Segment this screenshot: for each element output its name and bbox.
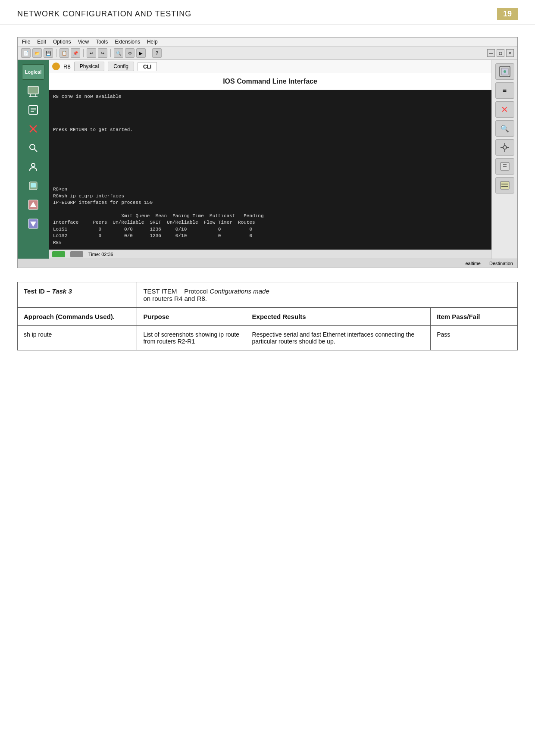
page-title: NETWORK CONFIGURATION AND TESTING xyxy=(17,9,191,19)
tab-physical[interactable]: Physical xyxy=(74,62,105,71)
sidebar-scroll-icon[interactable] xyxy=(25,102,42,118)
menu-view[interactable]: View xyxy=(78,39,89,45)
sidebar-search-icon[interactable] xyxy=(25,140,42,156)
new-icon[interactable]: 📄 xyxy=(21,48,31,58)
maximize-button[interactable]: □ xyxy=(497,49,504,57)
status-indicator-2 xyxy=(70,251,83,257)
tab-cli[interactable]: CLI xyxy=(138,62,157,71)
toolbar-separator-4 xyxy=(149,49,149,57)
test-id-label: Test ID – xyxy=(24,287,52,295)
toolbar-separator-3 xyxy=(110,49,111,57)
time-display: Time: 02:36 xyxy=(88,252,113,257)
purpose-value: List of screenshots showing ip route fro… xyxy=(143,331,239,345)
toolbar: 📄 📂 💾 📋 📌 ↩ ↪ 🔍 ⚙ ▶ ? — □ × xyxy=(18,47,517,60)
column-header-row: Approach (Commands Used). Purpose Expect… xyxy=(18,307,518,325)
status-bar: Time: 02:36 xyxy=(49,250,491,259)
pointer-icon[interactable]: ≡ xyxy=(495,82,514,99)
svg-point-12 xyxy=(31,163,35,167)
menu-file[interactable]: File xyxy=(22,39,30,45)
resize-icon-2[interactable] xyxy=(495,177,514,194)
test-item-emphasized: Configurations made xyxy=(210,287,269,295)
test-table-section: Test ID – Task 3 TEST ITEM – Protocol Co… xyxy=(17,282,518,350)
page-header: NETWORK CONFIGURATION AND TESTING 19 xyxy=(0,0,535,25)
approach-cell: sh ip route xyxy=(18,325,137,350)
realtime-label: ealtime xyxy=(465,261,480,266)
right-panel: ≡ ✕ 🔍 xyxy=(491,60,517,259)
test-id-cell: Test ID – Task 3 xyxy=(18,282,137,307)
expected-cell: Respective serial and fast Ethernet inte… xyxy=(246,325,431,350)
menu-options[interactable]: Options xyxy=(53,39,71,45)
svg-rect-14 xyxy=(31,183,36,187)
undo-icon[interactable]: ↩ xyxy=(87,48,96,58)
menu-edit[interactable]: Edit xyxy=(37,39,46,45)
open-icon[interactable]: 📂 xyxy=(32,48,42,58)
device-icon xyxy=(52,62,60,70)
zoom-in-icon[interactable]: 🔍 xyxy=(114,48,123,58)
col-header-approach: Approach (Commands Used). xyxy=(18,307,137,325)
delete-icon[interactable]: ✕ xyxy=(495,101,514,118)
sidebar-x-icon[interactable] xyxy=(25,121,42,137)
menu-extensions[interactable]: Extensions xyxy=(115,39,140,45)
cli-title: IOS Command Line Interface xyxy=(49,73,491,90)
resize-icon-1[interactable] xyxy=(495,158,514,175)
pt-window: File Edit Options View Tools Extensions … xyxy=(17,37,518,268)
test-id-row: Test ID – Task 3 TEST ITEM – Protocol Co… xyxy=(18,282,518,307)
destination-label: Destination xyxy=(489,261,513,266)
window-controls: — □ × xyxy=(487,49,514,57)
sidebar-user-icon[interactable] xyxy=(25,159,42,175)
sidebar-arrow-down-icon[interactable] xyxy=(25,216,42,231)
purpose-cell: List of screenshots showing ip route fro… xyxy=(137,325,246,350)
pt-body: Logical xyxy=(18,60,517,259)
save-icon[interactable]: 💾 xyxy=(44,48,53,58)
left-sidebar: Logical xyxy=(18,60,49,259)
svg-rect-30 xyxy=(501,181,509,189)
help-icon[interactable]: ? xyxy=(152,48,162,58)
svg-point-21 xyxy=(504,70,506,73)
test-item-cell: TEST ITEM – Protocol Configurations made… xyxy=(137,282,518,307)
test-table: Test ID – Task 3 TEST ITEM – Protocol Co… xyxy=(17,282,518,350)
col-header-passfail: Item Pass/Fail xyxy=(431,307,518,325)
svg-point-10 xyxy=(30,144,35,150)
move-icon[interactable] xyxy=(495,139,514,156)
toolbar-separator-2 xyxy=(83,49,84,57)
sidebar-arrow-up-icon[interactable] xyxy=(25,197,42,212)
realtime-bar: ealtime Destination xyxy=(18,259,517,268)
svg-rect-0 xyxy=(28,86,38,94)
expected-value: Respective serial and fast Ethernet inte… xyxy=(252,331,415,345)
activity-icon[interactable]: ▶ xyxy=(136,48,146,58)
sidebar-refresh-icon[interactable] xyxy=(25,178,42,194)
settings-icon[interactable]: ⚙ xyxy=(125,48,135,58)
search-icon[interactable]: 🔍 xyxy=(495,120,514,137)
page-number: 19 xyxy=(497,8,518,20)
viewport-icon[interactable] xyxy=(495,63,514,80)
sidebar-tool-1[interactable] xyxy=(25,83,42,99)
copy-icon[interactable]: 📋 xyxy=(59,48,69,58)
menu-tools[interactable]: Tools xyxy=(96,39,108,45)
passfail-value: Pass xyxy=(437,331,450,338)
menu-bar: File Edit Options View Tools Extensions … xyxy=(18,37,517,47)
main-content-area: R8 Physical Config CLI IOS Command Line … xyxy=(49,60,491,259)
cli-content[interactable]: R8 con0 is now available Press RETURN to… xyxy=(49,90,491,250)
test-item-suffix: on routers R4 and R8. xyxy=(143,295,207,302)
test-item-prefix: TEST ITEM – Protocol xyxy=(143,287,210,295)
task-label: Task 3 xyxy=(52,287,72,295)
status-indicator xyxy=(52,251,65,257)
svg-line-11 xyxy=(34,149,37,152)
cli-area: IOS Command Line Interface R8 con0 is no… xyxy=(49,73,491,250)
col-header-purpose: Purpose xyxy=(137,307,246,325)
redo-icon[interactable]: ↪ xyxy=(98,48,107,58)
col-header-expected: Expected Results xyxy=(246,307,431,325)
device-name: R8 xyxy=(63,63,71,70)
menu-help[interactable]: Help xyxy=(147,39,158,45)
tab-config[interactable]: Config xyxy=(108,62,134,71)
minimize-button[interactable]: — xyxy=(487,49,495,57)
table-row: sh ip route List of screenshots showing … xyxy=(18,325,518,350)
passfail-cell: Pass xyxy=(431,325,518,350)
toolbar-separator xyxy=(56,49,56,57)
device-header: R8 Physical Config CLI xyxy=(49,60,491,73)
svg-point-22 xyxy=(503,146,507,149)
logical-button[interactable]: Logical xyxy=(22,64,44,80)
paste-icon[interactable]: 📌 xyxy=(71,48,80,58)
approach-value: sh ip route xyxy=(24,331,52,338)
close-button[interactable]: × xyxy=(506,49,514,57)
